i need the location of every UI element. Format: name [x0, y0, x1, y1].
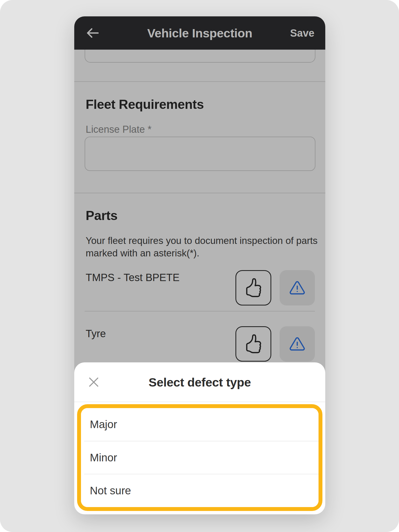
close-icon[interactable]: [86, 375, 101, 390]
option-not-sure[interactable]: Not sure: [81, 474, 319, 507]
screen-background: Vehicle Inspection Save Fleet Requiremen…: [0, 0, 399, 532]
option-minor[interactable]: Minor: [81, 441, 319, 474]
sheet-title: Select defect type: [74, 375, 325, 389]
vehicle-inspection-screen: Vehicle Inspection Save Fleet Requiremen…: [74, 16, 325, 514]
sheet-header: Select defect type: [74, 362, 325, 402]
defect-type-option-list: Major Minor Not sure: [77, 404, 322, 511]
option-major[interactable]: Major: [81, 408, 319, 441]
select-defect-type-sheet: Select defect type Major Minor Not sure: [74, 362, 325, 514]
